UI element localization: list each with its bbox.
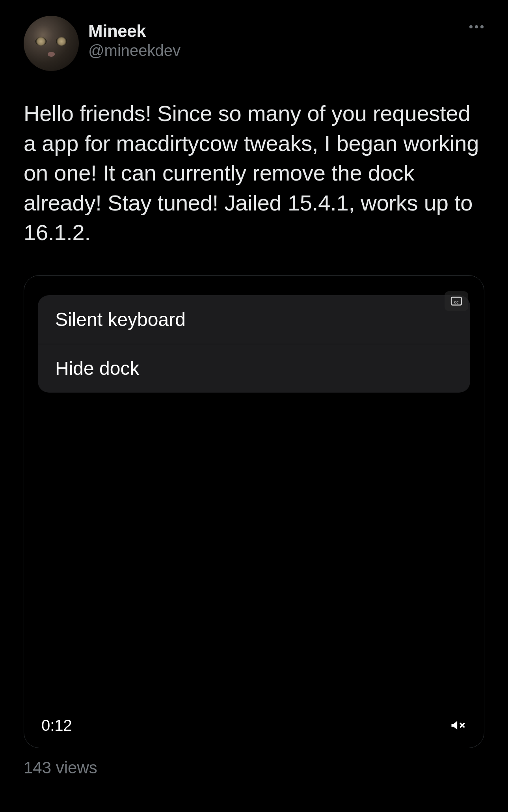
mute-icon[interactable] — [449, 717, 467, 734]
svg-text:cc: cc — [454, 300, 459, 304]
view-count: 143 views — [24, 758, 484, 777]
captions-icon[interactable]: cc — [445, 291, 468, 311]
avatar[interactable] — [24, 16, 79, 71]
video-embed[interactable]: cc Silent keyboard Hide dock 0:12 — [24, 275, 484, 748]
author-display-name: Mineek — [88, 21, 180, 41]
more-menu-icon[interactable] — [469, 25, 484, 28]
tweet-header: Mineek @mineekdev — [24, 16, 484, 71]
list-item[interactable]: Silent keyboard — [38, 295, 470, 344]
video-controls: 0:12 — [24, 706, 484, 748]
tweet: Mineek @mineekdev Hello friends! Since s… — [0, 0, 508, 785]
author-block[interactable]: Mineek @mineekdev — [88, 16, 180, 60]
avatar-detail — [48, 52, 55, 57]
list-item[interactable]: Hide dock — [38, 344, 470, 393]
video-timestamp: 0:12 — [41, 717, 72, 734]
app-options-list: Silent keyboard Hide dock — [38, 295, 470, 393]
tweet-text: Hello friends! Since so many of you requ… — [24, 99, 484, 248]
author-handle: @mineekdev — [88, 42, 180, 60]
